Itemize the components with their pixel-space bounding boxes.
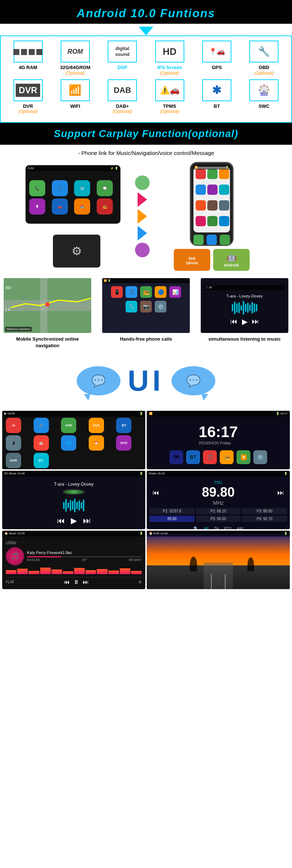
ui-radio-screen: Radio 16:29 🔋 ⏮ FM1 89.80 MHz ⏭ P1: SZ87… xyxy=(147,471,290,529)
prev-icon[interactable]: ⏮ xyxy=(230,317,238,326)
ui-file-screen: 🏠 Music 13:45 🔋 USB3/ 🎵 Katy Perry-Firew… xyxy=(2,531,145,589)
radio-freq-display: FM1 89.80 MHz xyxy=(202,480,235,506)
preset-p6[interactable]: P6: 90.70 xyxy=(242,516,287,522)
file-play[interactable]: ⏸ xyxy=(73,579,79,585)
radio-prev[interactable]: ⏮ xyxy=(153,489,159,497)
ui-display: 💬 UI 💬 xyxy=(77,364,215,398)
phonecall-icon-2: 🎵 xyxy=(126,286,137,298)
feature-dsp: digitalsound DSP xyxy=(102,41,142,71)
file-time: 00:01:02 2/7 00:03:57 xyxy=(27,558,142,562)
dvr-status-bar: 🏠 DVR 13:44 🔋 xyxy=(147,531,290,537)
map-bottom-text: Waterloo Gardens xyxy=(5,327,32,331)
carplay-section: Support Carplay Function(optional) xyxy=(0,123,292,145)
phone-app-7 xyxy=(196,200,206,211)
feature-dab: DAB DAB+ (Optional) xyxy=(102,79,142,114)
dvr-road-scene xyxy=(147,533,290,589)
dvr-road-line-left xyxy=(211,574,212,589)
ips-sub: (Optional) xyxy=(160,71,179,76)
phone-app-11 xyxy=(207,216,218,226)
preset-p2[interactable]: P2: 88.10 xyxy=(196,508,241,514)
android-badge: 🤖 android xyxy=(213,249,250,271)
swc-icon-box: 🎡 xyxy=(249,79,278,101)
clock-time-display: 16:17 2019/04/26 Friday xyxy=(199,423,238,445)
ui-dvr-screen: 🏠 DVR 13:44 🔋 xyxy=(147,531,290,589)
phone-link-section: - Phone link for Music/Navigation/voice … xyxy=(0,145,292,158)
file-item-row: 🎵 Katy Perry-Firework1.flac 00:01:02 2/7… xyxy=(6,547,142,565)
feature-tpms: ⚠️🚗 TPMS (Optional) xyxy=(150,79,190,114)
radio-bottom-row: 🔍 AF TA PTY AM xyxy=(193,526,243,529)
ui-big-label: UI xyxy=(120,364,172,398)
dsp-icon-box: digitalsound xyxy=(108,41,137,62)
file-path: USB3/ xyxy=(6,541,16,545)
file-bottom-bar: FLAT ⏮ ⏸ ⏭ ⚙ xyxy=(6,577,142,585)
file-prev[interactable]: ⏮ xyxy=(64,579,70,585)
wave-b3 xyxy=(236,303,238,312)
rom-sub: (Optional) xyxy=(66,71,85,76)
radio-next[interactable]: ⏭ xyxy=(277,489,284,497)
screenshot-map: 📶🔋 350 1.6 Waterloo Gardens Mobile Synch… xyxy=(4,278,91,349)
play-btn[interactable]: ▶ xyxy=(71,516,77,526)
wave-b6 xyxy=(243,301,244,315)
phonecall-icon-4: 🔵 xyxy=(155,286,166,298)
preset-p3[interactable]: P3: 88.60 xyxy=(242,508,287,514)
phonecall-icon-8: ⚙️ xyxy=(155,301,166,312)
dsp-text-icon: digitalsound xyxy=(115,46,130,57)
music-track-info: T-ara - Lovey-Dovey xyxy=(54,482,94,487)
ui-home-screen: ▶ 16:28 🔋 Ai 🔊 APK AUX BT 📱 📅 🌐 ⏰ DVD DV… xyxy=(2,411,145,469)
cp-app-phone: 📞 xyxy=(29,180,45,196)
bubble-tail xyxy=(84,394,91,401)
ui-clock-screen: 📶 🔋 16:17 16:17 2019/04/26 Friday 🗺 BT 🎵… xyxy=(147,411,290,469)
file-next[interactable]: ⏭ xyxy=(83,579,89,585)
file-controls: ⏮ ⏸ ⏭ xyxy=(64,579,89,585)
dvr-icon: DVR xyxy=(16,84,40,97)
wave-b8 xyxy=(247,303,249,313)
radio-mhz-label: MHz xyxy=(202,500,235,506)
preset-p4[interactable]: 89.80 xyxy=(150,516,195,522)
dab-icon-box: DAB xyxy=(108,79,137,101)
phone-app-2 xyxy=(207,169,218,179)
preset-p1[interactable]: P1: SZ87.8 xyxy=(150,508,195,514)
preset-p5[interactable]: P5: 90.50 xyxy=(196,516,241,522)
bubble-shape: 💬 xyxy=(77,366,120,395)
wifi-label: WIFI xyxy=(70,103,80,109)
carplay-title: Support Carplay Function(optional) xyxy=(7,128,285,140)
play-icon[interactable]: ▶ xyxy=(242,317,247,326)
ram-label: 4G RAM xyxy=(19,65,37,71)
swc-label: SWC xyxy=(258,103,269,109)
prev-btn[interactable]: ⏮ xyxy=(57,516,65,526)
phonecall-status: 📶 🔋 xyxy=(102,278,190,283)
app-clock: ⏰ xyxy=(89,435,104,451)
features-row-1: ▦▦▦▦ 4G RAM ROM 32G/64GROM (Optional) di… xyxy=(4,41,288,76)
phonecall-content: 📶 🔋 📱 🎵 📻 🔵 📊 🔧 📷 ⚙️ xyxy=(102,278,190,333)
carplay-screen: 5:2G ⚡ 🔋 📞 🎵 🗺️ 💬 🎙 🚗 📚 📻 xyxy=(26,165,120,224)
next-icon[interactable]: ⏭ xyxy=(252,317,259,326)
feature-rom: ROM 32G/64GROM (Optional) xyxy=(55,41,95,76)
wave-b1 xyxy=(232,304,233,311)
phone-app-6 xyxy=(219,185,229,195)
phonecall-icon-3: 📻 xyxy=(140,286,152,298)
android-icon: 🤖 xyxy=(227,253,237,262)
radio-freq-num: 89.80 xyxy=(202,485,235,500)
feature-gps: 📍🚗 GPS xyxy=(197,41,237,71)
app-amplifier: 🔊 xyxy=(34,418,49,433)
ram-icon: ▦▦▦▦ xyxy=(13,47,43,56)
phone-screen-grid xyxy=(193,167,230,232)
wave-b7 xyxy=(245,304,246,312)
music-screen: 🎵 BT T-ara - Lovey-Dovey ⏮ ▶ ⏭ xyxy=(201,278,288,333)
file-waveform-display xyxy=(6,568,142,574)
swc-icon: 🎡 xyxy=(258,84,270,96)
wifi-icon-box: 📶 xyxy=(61,79,90,101)
dvr-icon-box: DVR xyxy=(14,79,43,101)
next-btn[interactable]: ⏭ xyxy=(83,516,91,526)
bubble-tail-right xyxy=(201,394,208,401)
wave-b5 xyxy=(241,305,242,311)
rom-icon-box: ROM xyxy=(61,41,90,62)
android-header: Android 10.0 Funtions xyxy=(0,0,292,24)
wave-b4 xyxy=(238,302,240,313)
music-waveform2 xyxy=(63,499,84,512)
ips-label: IPS Screen xyxy=(157,65,182,71)
phonecall-icons-grid: 📱 🎵 📻 🔵 📊 🔧 📷 ⚙️ xyxy=(102,284,190,315)
android-label: android xyxy=(224,263,239,267)
rom-icon: ROM xyxy=(68,48,83,56)
rom-label-text: 32G/64GROM xyxy=(60,65,90,71)
